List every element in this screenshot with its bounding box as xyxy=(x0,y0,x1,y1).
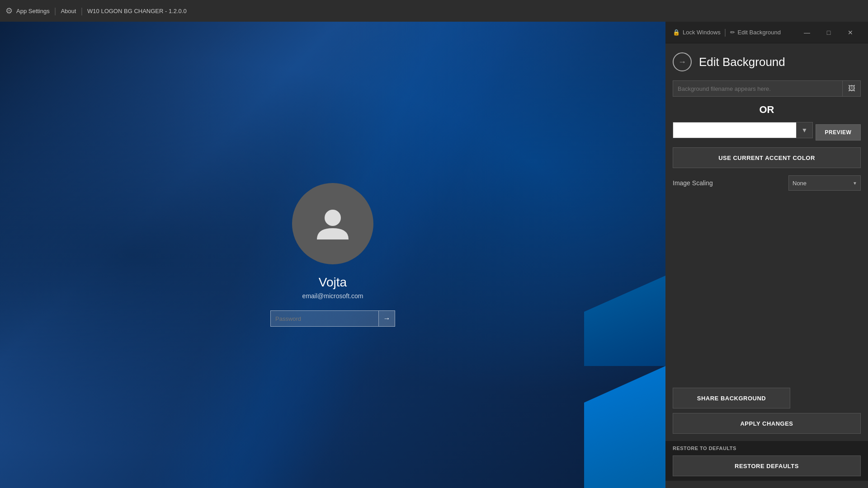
password-input[interactable] xyxy=(270,310,379,327)
browse-icon: 🖼 xyxy=(848,84,855,93)
title-arrow-icon: → xyxy=(673,52,692,71)
main-content: Vojta email@microsoft.com → 🔒 Lock Windo… xyxy=(0,22,868,488)
right-panel: 🔒 Lock Windows | ✏ Edit Background — □ ✕… xyxy=(665,22,868,488)
edit-background-title: → Edit Background xyxy=(673,52,861,71)
separator: | xyxy=(80,6,83,16)
edit-icon: ✏ xyxy=(730,29,735,36)
maximize-button[interactable]: □ xyxy=(818,26,839,39)
color-picker-icon: ▼ xyxy=(802,127,808,134)
image-scaling-row: Image Scaling None Fit Fill Stretch Tile… xyxy=(673,175,861,191)
user-icon xyxy=(312,203,353,244)
user-email: email@microsoft.com xyxy=(302,292,363,300)
bg-filename-input[interactable] xyxy=(673,80,843,97)
edit-background-button[interactable]: ✏ Edit Background xyxy=(730,29,781,36)
color-preview-box xyxy=(673,122,797,138)
restore-to-defaults-label: RESTORE TO DEFAULTS xyxy=(673,446,861,451)
close-button[interactable]: ✕ xyxy=(840,26,861,39)
right-title-bar: 🔒 Lock Windows | ✏ Edit Background — □ ✕ xyxy=(665,22,868,43)
minimize-button[interactable]: — xyxy=(797,26,817,39)
login-ui: Vojta email@microsoft.com → xyxy=(0,22,665,488)
gear-icon: ⚙ xyxy=(5,6,13,16)
right-title-left: 🔒 Lock Windows | ✏ Edit Background xyxy=(673,28,791,37)
separator: | xyxy=(54,6,57,16)
edit-background-title-text: Edit Background xyxy=(699,55,785,69)
color-picker-button[interactable]: ▼ xyxy=(797,122,813,138)
lock-windows-button[interactable]: 🔒 Lock Windows xyxy=(673,29,721,36)
scaling-select-wrapper: None Fit Fill Stretch Tile Center xyxy=(788,175,861,191)
submit-button[interactable]: → xyxy=(379,310,395,327)
lock-icon: 🔒 xyxy=(673,29,680,36)
or-separator: OR xyxy=(673,104,861,116)
apply-changes-button[interactable]: APPLY CHANGES xyxy=(673,413,861,434)
password-row: → xyxy=(270,310,395,327)
share-background-button[interactable]: SHARE BACKGROUND xyxy=(673,388,790,408)
restore-defaults-button[interactable]: RESTORE DEFAULTS xyxy=(673,455,861,476)
restore-section: RESTORE TO DEFAULTS RESTORE DEFAULTS xyxy=(665,441,868,481)
edit-background-label: Edit Background xyxy=(738,29,781,36)
app-settings-link[interactable]: App Settings xyxy=(16,8,50,14)
svg-point-0 xyxy=(325,210,341,226)
color-row: ▼ PREVIEW xyxy=(673,122,861,143)
image-scaling-label: Image Scaling xyxy=(673,179,788,187)
preview-button[interactable]: PREVIEW xyxy=(816,124,861,141)
avatar xyxy=(292,183,373,264)
user-name: Vojta xyxy=(319,275,347,290)
separator: | xyxy=(724,28,726,37)
bg-browse-button[interactable]: 🖼 xyxy=(843,80,861,97)
login-preview: Vojta email@microsoft.com → xyxy=(0,22,665,488)
lock-windows-label: Lock Windows xyxy=(683,29,721,36)
about-link[interactable]: About xyxy=(61,8,76,14)
scaling-select[interactable]: None Fit Fill Stretch Tile Center xyxy=(788,175,861,191)
color-preview-row: ▼ xyxy=(673,122,813,138)
app-title: W10 LOGON BG CHANGER - 1.2.0.0 xyxy=(87,8,187,14)
bg-filename-row: 🖼 xyxy=(673,80,861,97)
title-bar: ⚙ App Settings | About | W10 LOGON BG CH… xyxy=(0,0,868,22)
use-accent-color-button[interactable]: USE CURRENT ACCENT COLOR xyxy=(673,147,861,168)
spacer xyxy=(673,200,861,388)
window-controls: — □ ✕ xyxy=(797,26,861,39)
right-body: → Edit Background 🖼 OR ▼ xyxy=(665,43,868,488)
